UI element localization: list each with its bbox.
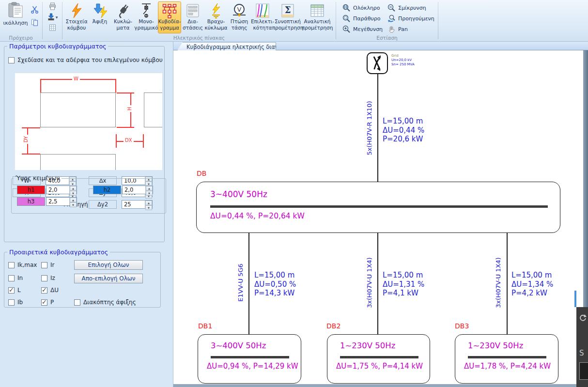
db1-block[interactable]: 3~400V 50Hz ΔU=0,94 %, P=14,29 kW: [198, 334, 301, 384]
electrical-panel-group-label: Ηλεκτρικός πίνακας: [63, 35, 335, 41]
db3-system: 1~230V 50Hz: [468, 341, 523, 350]
checkbox-label: L: [17, 287, 21, 294]
clipboard-paste-icon: [7, 2, 24, 18]
detailed-table-icon: [309, 3, 325, 18]
block-diagram-button[interactable]: Κυβοδία- γραμμα: [158, 1, 181, 33]
optional-ir-checkbox[interactable]: Ir: [41, 262, 54, 268]
copy-button[interactable]: [29, 17, 40, 27]
db-name-label: DB: [197, 170, 206, 177]
checkbox-box: [8, 262, 15, 268]
checkbox-box: [41, 287, 47, 294]
text-heights-title: Ύψος κειμένων: [14, 175, 62, 182]
single-line-button[interactable]: Μονο- γραμμικό: [135, 1, 158, 33]
checkbox-box: [8, 299, 15, 306]
tab-block-diagram[interactable]: Κυβοδιάγραμμα ηλεκτρικής διανομής: [177, 42, 276, 50]
ribbon-separator: [438, 2, 438, 39]
optional-iz-checkbox[interactable]: Iz: [41, 275, 55, 281]
h1-spinner[interactable]: ▲▼: [69, 186, 77, 194]
checkbox-label: Διακόπτης άφιξης: [83, 299, 136, 306]
dimensions-button[interactable]: Δια- στάσεις: [181, 1, 204, 33]
pan-hand-icon: [387, 25, 396, 33]
ribbon: ικόλληση Πρόχειρο: [0, 0, 588, 42]
checkbox-box: [8, 275, 15, 281]
short-circuit-button[interactable]: Βραχυ- κύκλωμα: [204, 1, 228, 33]
deselect-all-button[interactable]: Απο-επιλογή Ολων: [74, 274, 143, 283]
short-circuit-icon: [208, 3, 224, 18]
zoom-window-button[interactable]: Παράθυρο: [342, 14, 383, 23]
export-dropdown-arrow[interactable]: ▼: [56, 15, 58, 19]
feeder-cable-label: 5x(H07V-R 1X10): [366, 94, 373, 162]
h3-color-chip: h3: [17, 197, 45, 206]
cut-button[interactable]: [29, 5, 40, 15]
checkbox-label: Ib: [17, 299, 23, 306]
preview-w-label: W: [72, 76, 80, 81]
db1-busbar: [211, 356, 289, 358]
horizontal-scrollbar[interactable]: [173, 384, 583, 387]
h2-field[interactable]: 2,0 ▲▼: [122, 186, 153, 194]
zoom-window-icon: [342, 15, 351, 23]
node-data-button[interactable]: Στοιχεία κόμβου: [65, 1, 88, 33]
quick-print-group: ▼: [43, 0, 62, 41]
db3-block[interactable]: 1~230V 50Hz ΔU=1,78 %, P=4,24 kW: [455, 334, 558, 384]
branch3-cable-label: 3x(H07V-U 1X4): [495, 249, 502, 317]
table-icon: [48, 24, 57, 31]
optional-l-checkbox[interactable]: L: [8, 287, 21, 294]
checkbox-label: Iz: [50, 275, 55, 281]
lightning-orange-icon: [69, 3, 84, 18]
overlay-input[interactable]: [579, 362, 588, 380]
optional-ib-checkbox[interactable]: Ib: [8, 299, 23, 306]
optional-du-checkbox[interactable]: ΔU: [41, 287, 59, 294]
refresh-icon[interactable]: [579, 314, 587, 322]
arrival-button[interactable]: Άφιξη: [88, 1, 111, 33]
voltage-drop-icon: V: [232, 3, 247, 18]
voltage-drop-button[interactable]: V Πτώση τάσης: [228, 1, 251, 33]
zoom-previous-icon: [387, 15, 396, 23]
zoom-in-button[interactable]: Μεγέθυνση: [342, 24, 383, 34]
export-button[interactable]: ▼: [46, 12, 59, 22]
zoom-out-button[interactable]: Σμίκρυνση: [387, 3, 434, 13]
parameters-groupbox: Παράμετροι κυβοδιαγράμματος Σχεδίασε και…: [4, 43, 165, 242]
zoom-out-icon: [387, 4, 396, 12]
paste-button[interactable]: ικόλληση: [2, 1, 29, 34]
checkbox-box: [41, 262, 47, 268]
checkbox-label: Σχεδίασε και τα αδέρφια του επιλεγμένου …: [17, 57, 163, 63]
zoom-previous-button[interactable]: Προηγούμενη: [387, 14, 434, 23]
h1-color-chip: h1: [17, 186, 45, 194]
zoom-extents-button[interactable]: Ολόκληρο: [342, 3, 383, 13]
arrival-switch-checkbox[interactable]: Διακόπτης άφιξης: [74, 299, 136, 306]
block-diagram-canvas[interactable]: Grid Un=20,0 kV Sn= 250 MVA 5x(H07V-R 1X…: [173, 50, 583, 387]
single-line-diagram-icon: [139, 3, 154, 18]
checkbox-label: Ik,max: [17, 262, 37, 268]
checkbox-box: [41, 275, 47, 281]
summary-boq-button[interactable]: Σ Συνοπτική προμέτρηση: [274, 1, 301, 33]
checkbox-box: [8, 287, 15, 294]
branch1-results: L=15,00 mΔU=0,50 %P=14,3 kW: [254, 271, 296, 298]
feeder-line: [377, 74, 378, 182]
db1-result: ΔU=0,94 %, P=14,29 kW: [207, 362, 298, 371]
pan-button[interactable]: Pan: [387, 24, 434, 34]
grid-view-button[interactable]: [46, 23, 59, 32]
h3-spinner[interactable]: ▲▼: [69, 198, 77, 205]
selectivity-curves-icon: [255, 3, 270, 18]
optional-ikmax-checkbox[interactable]: Ik,max: [8, 262, 37, 268]
print-button[interactable]: [46, 1, 59, 11]
circuits-button[interactable]: Κυκλώ- ματα: [111, 1, 135, 33]
checkbox-label: ΔU: [50, 287, 59, 294]
optional-in-checkbox[interactable]: In: [8, 275, 23, 281]
h2-spinner[interactable]: ▲▼: [145, 186, 153, 194]
svg-text:Σ: Σ: [285, 5, 291, 15]
h1-field[interactable]: 2,0 ▲▼: [46, 186, 77, 194]
h3-field[interactable]: 2,5 ▲▼: [46, 197, 77, 206]
select-all-button[interactable]: Επιλογή Ολων: [74, 260, 143, 270]
detailed-boq-button[interactable]: Αναλυτική προμέτρηση: [301, 1, 333, 33]
grid-source-symbol[interactable]: [367, 52, 388, 74]
db2-block[interactable]: 1~230V 50Hz ΔU=1,75 %, P=4,14 kW: [327, 334, 430, 384]
draw-siblings-checkbox[interactable]: Σχεδίασε και τα αδέρφια του επιλεγμένου …: [8, 57, 163, 63]
db-block[interactable]: 3~400V 50Hz ΔU=0,44 %, P=20,64 kW: [196, 182, 560, 233]
plug-icon: [115, 3, 131, 18]
selectivity-button[interactable]: Επιλεκτι- κότητα: [251, 1, 274, 33]
optionals-groupbox-title: Προαιρετικά κυβοδιαγράμματος: [7, 248, 110, 256]
paste-label: ικόλληση: [3, 20, 28, 26]
dimensions-icon: [185, 3, 201, 18]
optional-p-checkbox[interactable]: P: [41, 299, 54, 306]
